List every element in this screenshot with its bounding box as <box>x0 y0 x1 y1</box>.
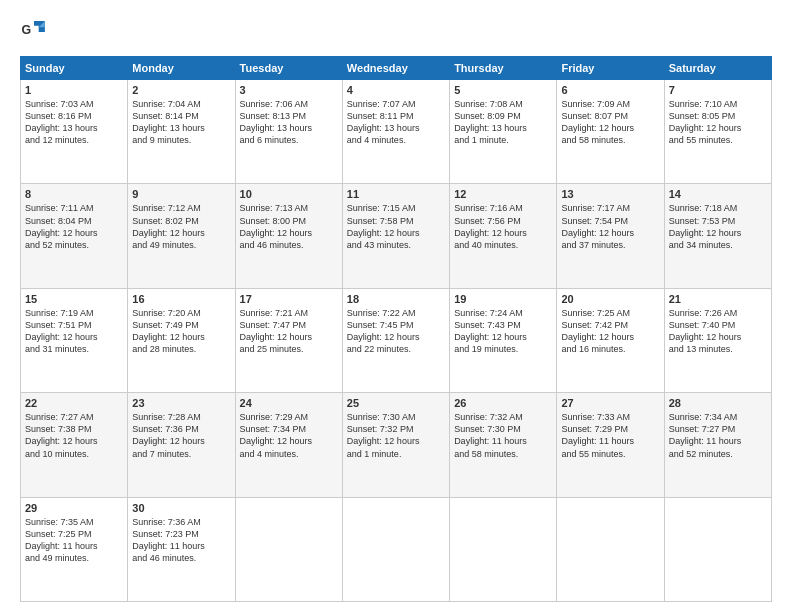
calendar-cell: 15Sunrise: 7:19 AMSunset: 7:51 PMDayligh… <box>21 288 128 392</box>
calendar-day-header: Saturday <box>664 57 771 80</box>
day-info: Sunrise: 7:17 AMSunset: 7:54 PMDaylight:… <box>561 202 659 251</box>
calendar-week-row: 1Sunrise: 7:03 AMSunset: 8:16 PMDaylight… <box>21 80 772 184</box>
calendar-day-header: Thursday <box>450 57 557 80</box>
day-number: 29 <box>25 502 123 514</box>
calendar-week-row: 22Sunrise: 7:27 AMSunset: 7:38 PMDayligh… <box>21 393 772 497</box>
calendar-cell: 21Sunrise: 7:26 AMSunset: 7:40 PMDayligh… <box>664 288 771 392</box>
day-info: Sunrise: 7:04 AMSunset: 8:14 PMDaylight:… <box>132 98 230 147</box>
calendar-day-header: Tuesday <box>235 57 342 80</box>
day-info: Sunrise: 7:09 AMSunset: 8:07 PMDaylight:… <box>561 98 659 147</box>
day-info: Sunrise: 7:36 AMSunset: 7:23 PMDaylight:… <box>132 516 230 565</box>
calendar-cell: 27Sunrise: 7:33 AMSunset: 7:29 PMDayligh… <box>557 393 664 497</box>
day-number: 22 <box>25 397 123 409</box>
day-info: Sunrise: 7:03 AMSunset: 8:16 PMDaylight:… <box>25 98 123 147</box>
calendar-cell: 2Sunrise: 7:04 AMSunset: 8:14 PMDaylight… <box>128 80 235 184</box>
calendar-cell: 10Sunrise: 7:13 AMSunset: 8:00 PMDayligh… <box>235 184 342 288</box>
calendar-cell <box>664 497 771 601</box>
day-info: Sunrise: 7:08 AMSunset: 8:09 PMDaylight:… <box>454 98 552 147</box>
calendar-cell: 3Sunrise: 7:06 AMSunset: 8:13 PMDaylight… <box>235 80 342 184</box>
day-info: Sunrise: 7:10 AMSunset: 8:05 PMDaylight:… <box>669 98 767 147</box>
day-number: 8 <box>25 188 123 200</box>
calendar-day-header: Monday <box>128 57 235 80</box>
day-number: 30 <box>132 502 230 514</box>
day-number: 1 <box>25 84 123 96</box>
calendar-cell: 11Sunrise: 7:15 AMSunset: 7:58 PMDayligh… <box>342 184 449 288</box>
day-info: Sunrise: 7:06 AMSunset: 8:13 PMDaylight:… <box>240 98 338 147</box>
svg-text:G: G <box>22 23 32 37</box>
day-number: 15 <box>25 293 123 305</box>
day-info: Sunrise: 7:32 AMSunset: 7:30 PMDaylight:… <box>454 411 552 460</box>
calendar-week-row: 15Sunrise: 7:19 AMSunset: 7:51 PMDayligh… <box>21 288 772 392</box>
day-number: 12 <box>454 188 552 200</box>
calendar-cell: 9Sunrise: 7:12 AMSunset: 8:02 PMDaylight… <box>128 184 235 288</box>
calendar-cell: 16Sunrise: 7:20 AMSunset: 7:49 PMDayligh… <box>128 288 235 392</box>
day-number: 26 <box>454 397 552 409</box>
day-info: Sunrise: 7:16 AMSunset: 7:56 PMDaylight:… <box>454 202 552 251</box>
calendar-cell: 8Sunrise: 7:11 AMSunset: 8:04 PMDaylight… <box>21 184 128 288</box>
day-info: Sunrise: 7:20 AMSunset: 7:49 PMDaylight:… <box>132 307 230 356</box>
day-info: Sunrise: 7:13 AMSunset: 8:00 PMDaylight:… <box>240 202 338 251</box>
day-info: Sunrise: 7:28 AMSunset: 7:36 PMDaylight:… <box>132 411 230 460</box>
calendar-week-row: 29Sunrise: 7:35 AMSunset: 7:25 PMDayligh… <box>21 497 772 601</box>
day-number: 11 <box>347 188 445 200</box>
calendar-cell: 4Sunrise: 7:07 AMSunset: 8:11 PMDaylight… <box>342 80 449 184</box>
calendar-cell: 5Sunrise: 7:08 AMSunset: 8:09 PMDaylight… <box>450 80 557 184</box>
calendar-cell: 6Sunrise: 7:09 AMSunset: 8:07 PMDaylight… <box>557 80 664 184</box>
day-number: 3 <box>240 84 338 96</box>
calendar-day-header: Sunday <box>21 57 128 80</box>
day-number: 24 <box>240 397 338 409</box>
day-number: 18 <box>347 293 445 305</box>
calendar-cell: 25Sunrise: 7:30 AMSunset: 7:32 PMDayligh… <box>342 393 449 497</box>
day-number: 16 <box>132 293 230 305</box>
day-number: 21 <box>669 293 767 305</box>
day-number: 27 <box>561 397 659 409</box>
day-info: Sunrise: 7:22 AMSunset: 7:45 PMDaylight:… <box>347 307 445 356</box>
logo-icon: G <box>20 18 48 46</box>
calendar-cell: 1Sunrise: 7:03 AMSunset: 8:16 PMDaylight… <box>21 80 128 184</box>
calendar-day-header: Friday <box>557 57 664 80</box>
calendar-cell: 19Sunrise: 7:24 AMSunset: 7:43 PMDayligh… <box>450 288 557 392</box>
calendar-table: SundayMondayTuesdayWednesdayThursdayFrid… <box>20 56 772 602</box>
calendar-cell: 30Sunrise: 7:36 AMSunset: 7:23 PMDayligh… <box>128 497 235 601</box>
day-info: Sunrise: 7:19 AMSunset: 7:51 PMDaylight:… <box>25 307 123 356</box>
day-info: Sunrise: 7:21 AMSunset: 7:47 PMDaylight:… <box>240 307 338 356</box>
day-info: Sunrise: 7:24 AMSunset: 7:43 PMDaylight:… <box>454 307 552 356</box>
page-header: G <box>20 18 772 46</box>
day-number: 28 <box>669 397 767 409</box>
day-number: 5 <box>454 84 552 96</box>
day-info: Sunrise: 7:29 AMSunset: 7:34 PMDaylight:… <box>240 411 338 460</box>
calendar-cell <box>235 497 342 601</box>
day-info: Sunrise: 7:27 AMSunset: 7:38 PMDaylight:… <box>25 411 123 460</box>
day-number: 13 <box>561 188 659 200</box>
day-number: 23 <box>132 397 230 409</box>
day-number: 20 <box>561 293 659 305</box>
day-info: Sunrise: 7:30 AMSunset: 7:32 PMDaylight:… <box>347 411 445 460</box>
day-info: Sunrise: 7:35 AMSunset: 7:25 PMDaylight:… <box>25 516 123 565</box>
day-number: 17 <box>240 293 338 305</box>
day-number: 7 <box>669 84 767 96</box>
day-info: Sunrise: 7:26 AMSunset: 7:40 PMDaylight:… <box>669 307 767 356</box>
day-number: 6 <box>561 84 659 96</box>
calendar-header-row: SundayMondayTuesdayWednesdayThursdayFrid… <box>21 57 772 80</box>
day-number: 14 <box>669 188 767 200</box>
day-info: Sunrise: 7:18 AMSunset: 7:53 PMDaylight:… <box>669 202 767 251</box>
calendar-cell: 18Sunrise: 7:22 AMSunset: 7:45 PMDayligh… <box>342 288 449 392</box>
day-number: 2 <box>132 84 230 96</box>
logo: G <box>20 18 52 46</box>
calendar-cell: 22Sunrise: 7:27 AMSunset: 7:38 PMDayligh… <box>21 393 128 497</box>
day-info: Sunrise: 7:11 AMSunset: 8:04 PMDaylight:… <box>25 202 123 251</box>
day-info: Sunrise: 7:12 AMSunset: 8:02 PMDaylight:… <box>132 202 230 251</box>
day-number: 19 <box>454 293 552 305</box>
day-info: Sunrise: 7:15 AMSunset: 7:58 PMDaylight:… <box>347 202 445 251</box>
day-info: Sunrise: 7:07 AMSunset: 8:11 PMDaylight:… <box>347 98 445 147</box>
day-info: Sunrise: 7:33 AMSunset: 7:29 PMDaylight:… <box>561 411 659 460</box>
calendar-cell <box>557 497 664 601</box>
calendar-cell: 29Sunrise: 7:35 AMSunset: 7:25 PMDayligh… <box>21 497 128 601</box>
calendar-cell: 26Sunrise: 7:32 AMSunset: 7:30 PMDayligh… <box>450 393 557 497</box>
day-info: Sunrise: 7:25 AMSunset: 7:42 PMDaylight:… <box>561 307 659 356</box>
calendar-cell: 23Sunrise: 7:28 AMSunset: 7:36 PMDayligh… <box>128 393 235 497</box>
day-number: 25 <box>347 397 445 409</box>
calendar-cell: 28Sunrise: 7:34 AMSunset: 7:27 PMDayligh… <box>664 393 771 497</box>
calendar-cell: 20Sunrise: 7:25 AMSunset: 7:42 PMDayligh… <box>557 288 664 392</box>
day-number: 10 <box>240 188 338 200</box>
